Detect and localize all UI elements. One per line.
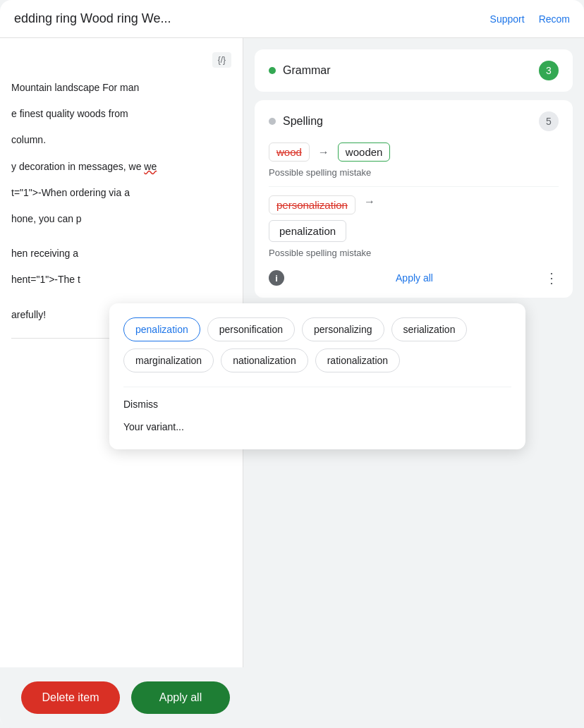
replacement-word-1[interactable]: wooden <box>338 142 391 162</box>
replacement-chip-2[interactable]: penalization <box>269 220 346 242</box>
doc-text-7: hen receiving a <box>11 248 78 259</box>
doc-text-4: y decoration in messages, we <box>11 161 141 172</box>
doc-line-4: y decoration in messages, we we <box>11 158 231 176</box>
possible-label-1: Possible spelling mistake <box>269 167 559 178</box>
doc-icon-bar: {/} <box>11 52 231 68</box>
doc-text-5: t="1">-When ordering via a <box>11 187 130 198</box>
popup-divider <box>123 387 511 387</box>
doc-line-8: hent="1">-The t <box>11 271 231 289</box>
arrow-icon-2: → <box>364 195 375 208</box>
app-container: edding ring Wood ring We... Support Reco… <box>0 0 584 728</box>
doc-text-3: column. <box>11 134 46 145</box>
spelling-label: Spelling <box>269 115 323 128</box>
popup-chip-1[interactable]: personification <box>207 317 295 341</box>
spelling-text: Spelling <box>283 115 323 128</box>
suggestion-row-2: personalization → <box>269 195 559 214</box>
code-icon[interactable]: {/} <box>212 52 231 68</box>
page-title: edding ring Wood ring We... <box>14 11 171 26</box>
spelling-badge: 5 <box>539 111 559 131</box>
suggestion-row-1: wood → wooden <box>269 142 559 162</box>
apply-all-button[interactable]: Apply all <box>131 681 230 714</box>
arrow-icon-1: → <box>318 146 329 159</box>
your-variant-action[interactable]: Your variant... <box>123 418 511 435</box>
doc-underline-we: we <box>144 161 157 172</box>
spelling-section: Spelling 5 wood → wooden Possible spelli… <box>255 100 573 298</box>
doc-text-8: hent="1">-The t <box>11 274 80 285</box>
popup-chip-2[interactable]: personalizing <box>302 317 384 341</box>
more-options-icon[interactable]: ⋮ <box>545 269 559 286</box>
delete-item-button[interactable]: Delete item <box>21 681 120 714</box>
doc-text-2: e finest quality woods from <box>11 108 128 119</box>
grammar-badge: 3 <box>539 61 559 80</box>
doc-line-1: Mountain landscape For man <box>11 79 231 97</box>
popup-chip-5[interactable]: nationalization <box>221 348 308 372</box>
header: edding ring Wood ring We... Support Reco… <box>0 0 584 38</box>
apply-bar: i Apply all ⋮ <box>269 264 559 286</box>
popup-chip-4[interactable]: marginalization <box>123 348 214 372</box>
doc-text-6: hone, you can p <box>11 213 82 224</box>
original-word-1: wood <box>269 142 310 162</box>
spelling-header: Spelling 5 <box>269 111 559 131</box>
doc-text-1: Mountain landscape For man <box>11 82 139 93</box>
suggestion-divider <box>269 186 559 187</box>
recommend-link[interactable]: Recom <box>539 13 570 25</box>
popup-chip-0[interactable]: penalization <box>123 317 200 341</box>
original-word-2: personalization <box>269 195 355 214</box>
popup-chip-3[interactable]: serialization <box>391 317 468 341</box>
doc-line-7: hen receiving a <box>11 245 231 262</box>
bottom-bar: Delete item Apply all <box>0 667 584 728</box>
info-icon[interactable]: i <box>269 270 284 286</box>
apply-all-text-btn[interactable]: Apply all <box>396 272 433 284</box>
popup-chips: penalization personification personalizi… <box>123 317 511 372</box>
doc-text: Mountain landscape For man e finest qual… <box>11 79 231 324</box>
grammar-label: Grammar <box>269 64 331 77</box>
doc-text-9: arefully! <box>11 309 46 320</box>
header-links: Support Recom <box>490 13 570 25</box>
doc-line-3: column. <box>11 131 231 149</box>
support-link[interactable]: Support <box>490 13 525 25</box>
possible-label-2: Possible spelling mistake <box>269 248 559 258</box>
spelling-dot <box>269 118 276 125</box>
dismiss-action[interactable]: Dismiss <box>123 396 511 413</box>
suggestion-popup: penalization personification personalizi… <box>109 303 525 449</box>
doc-line-6: hone, you can p <box>11 210 231 228</box>
doc-line-5: t="1">-When ordering via a <box>11 184 231 202</box>
popup-chip-6[interactable]: rationalization <box>315 348 400 372</box>
doc-line-2: e finest quality woods from <box>11 105 231 123</box>
popup-actions: Dismiss Your variant... <box>123 396 511 435</box>
grammar-card[interactable]: Grammar 3 <box>255 49 573 92</box>
grammar-dot <box>269 67 276 74</box>
grammar-text: Grammar <box>283 64 331 77</box>
